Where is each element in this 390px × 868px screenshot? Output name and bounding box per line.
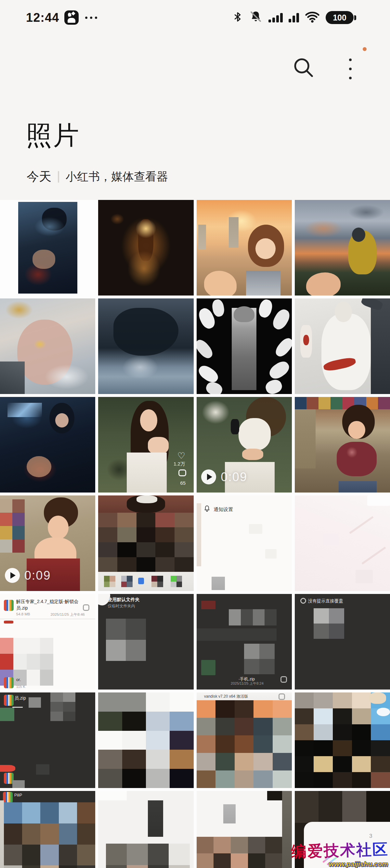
thumb-mosaic-portrait-layer-10	[171, 576, 182, 587]
thumb-notification-settings-screenshot[interactable]: 通知设置	[197, 495, 292, 591]
thumb-mosaic-cat[interactable]	[295, 692, 390, 788]
watermark-url: www.paijishu.com	[329, 860, 388, 868]
thumb-phone-zip-screenshot-layer-5	[201, 660, 216, 675]
notification-app-icon	[64, 10, 79, 25]
thumb-manga-fingers[interactable]	[197, 299, 292, 394]
thumb-file-manager-screenshot[interactable]: 解压专家_2.4.7_稳定版-解锁会员.zip54.8 MB2025/11/25…	[0, 594, 95, 689]
thumb-flaming-ninja-layer-5	[98, 200, 193, 296]
thumb-mosaic-figure-layer-2	[223, 804, 236, 824]
temp-folder-label: 仅临时文件夹内	[108, 603, 135, 609]
zip-file-icon	[4, 600, 14, 611]
signal-bars-sim2-icon	[289, 13, 299, 23]
video-duration: 0:09	[221, 470, 247, 484]
video-duration: 0:09	[24, 568, 51, 583]
section-header: 今天 小红书，媒体查看器	[27, 168, 168, 185]
thumb-file-manager-screenshot-layer-8	[4, 621, 13, 623]
thumb-yellow-jacket-sky[interactable]	[295, 200, 390, 296]
zip-file-date: 2025/11/25 上午8:24	[231, 681, 264, 686]
default-folder-label: 使用默认文件夹	[108, 597, 140, 603]
thumb-mosaic-1[interactable]	[98, 692, 193, 788]
checkbox	[279, 693, 285, 700]
signal-bars-sim1-icon	[268, 13, 283, 23]
thumb-notification-settings-screenshot-layer-5	[265, 549, 277, 559]
thumb-mosaic-figure-layer-4	[197, 837, 283, 868]
thumb-sword-girl-matted-layer-5	[32, 250, 55, 269]
thumb-mosaic-light-layer-2	[148, 800, 163, 837]
watermark-title: 编爱技术社区	[291, 839, 389, 862]
thumb-sword-girl-matted-layer-4	[0, 200, 95, 296]
thumb-dark-swordswoman[interactable]	[0, 397, 95, 493]
thumb-floral-top-girl-layer-7	[339, 481, 377, 493]
bell-icon	[203, 505, 211, 513]
battery-level: 100	[326, 11, 354, 24]
thumb-white-robe-warrior[interactable]	[295, 299, 390, 394]
thumb-notification-settings-screenshot-layer-6	[212, 577, 225, 590]
thumb-sunset-anime-girl-layer-2	[229, 217, 238, 248]
thumb-white-robe-warrior-layer-1	[371, 299, 390, 394]
thumb-overwrite-prompt-screenshot-layer-3	[314, 608, 344, 639]
thumb-phone-zip-screenshot-layer-2	[229, 609, 277, 625]
thumb-mosaic-light-layer-3	[106, 844, 190, 868]
thumb-mosaic-portrait[interactable]	[98, 495, 193, 591]
thumb-monkey-king[interactable]	[0, 299, 95, 394]
thumb-white-outfit-video[interactable]: 0:09	[197, 397, 292, 493]
thumb-phone-zip-screenshot[interactable]: ·手机.zip2025/11/25 上午8:24	[197, 594, 292, 689]
thumb-mosaic-portrait-layer-4	[98, 513, 193, 572]
zip-file-name-line2: 员.zip	[16, 605, 28, 611]
checkbox	[83, 604, 89, 611]
thumb-light-screenshot-layer-3	[356, 570, 373, 583]
wifi-icon	[305, 11, 320, 24]
thumb-default-folder-screenshot[interactable]: 使用默认文件夹仅临时文件夹内	[98, 594, 193, 689]
zip-file-name-line1: 解压专家_2.4.7_稳定版-解锁会	[16, 599, 78, 605]
thumb-zip-list-screenshot-layer-6	[51, 692, 75, 721]
thumb-floral-top-girl[interactable]	[295, 397, 390, 493]
thumb-mosaic-figure[interactable]	[197, 791, 292, 868]
thumb-activation-file-screenshot-layer-4	[197, 700, 292, 788]
thumb-activation-file-screenshot[interactable]: vandisk v7.20 x64 激活版	[197, 692, 292, 788]
thumb-mosaic-portrait-layer-6	[104, 576, 116, 587]
thumb-mosaic-cat-layer-1	[295, 692, 390, 788]
thumb-red-dress-video[interactable]: 0:09	[0, 495, 95, 591]
thumb-mosaic-1-layer-1	[98, 692, 193, 788]
page-title: 照片	[26, 118, 80, 153]
thumb-flaming-ninja[interactable]	[98, 200, 193, 296]
thumb-white-dress-girl[interactable]: ♡1.2万65	[98, 397, 193, 493]
comment-count: 65	[180, 480, 186, 486]
file-name-label: vandisk v7.20 x64 激活版	[204, 694, 248, 699]
thumb-mosaic-portrait-layer-9	[152, 576, 163, 587]
thumb-floral-top-girl-layer-6	[295, 397, 390, 493]
thumb-mosaic-portrait-layer-8	[138, 578, 144, 585]
thumb-sword-girl-matted[interactable]	[0, 200, 95, 296]
thumb-dark-swordswoman-layer-6	[27, 456, 51, 477]
thumb-overwrite-prompt-screenshot[interactable]: 没有提示直接覆盖	[295, 594, 390, 689]
thumb-red-dress-video-layer-3	[48, 516, 69, 540]
thumb-sunset-anime-girl-layer-5	[255, 238, 275, 259]
thumb-storm-cloud[interactable]	[98, 299, 193, 394]
thumb-light-screenshot-layer-1	[367, 495, 390, 506]
zip-file-size-partial: 115 K	[16, 685, 25, 688]
thumb-mosaic-light-layer-1	[98, 791, 127, 800]
thumb-sunset-anime-girl[interactable]	[197, 200, 292, 296]
section-albums-label: 小红书，媒体查看器	[66, 169, 168, 184]
radio-button	[300, 598, 306, 604]
thumb-mosaic-portrait-layer-7	[121, 576, 133, 587]
thumb-pilip-file-screenshot[interactable]: PiliP	[0, 791, 95, 868]
thumb-mosaic-figure-layer-3	[282, 791, 292, 868]
thumb-white-outfit-video-layer-3	[238, 418, 271, 451]
thumb-white-dress-girl-layer-3	[140, 409, 157, 431]
thumb-zip-list-screenshot-layer-7	[36, 764, 50, 775]
play-badge-icon	[5, 568, 20, 583]
thumb-phone-zip-screenshot-layer-3	[197, 628, 277, 641]
section-divider	[58, 171, 59, 183]
like-count: 1.2万	[173, 461, 185, 467]
checkbox	[281, 676, 287, 683]
thumb-light-screenshot[interactable]	[295, 495, 390, 591]
thumb-mosaic-light[interactable]	[98, 791, 193, 868]
search-button[interactable]	[292, 56, 315, 79]
thumb-white-dress-girl-layer-4	[148, 437, 169, 454]
thumb-zip-list-screenshot[interactable]: 员.zip	[0, 692, 95, 788]
thumb-zip-list-screenshot-layer-8	[0, 765, 15, 772]
bluetooth-icon	[232, 10, 243, 25]
thumb-red-dress-video-layer-1	[0, 499, 25, 553]
more-options-button[interactable]	[342, 58, 359, 80]
